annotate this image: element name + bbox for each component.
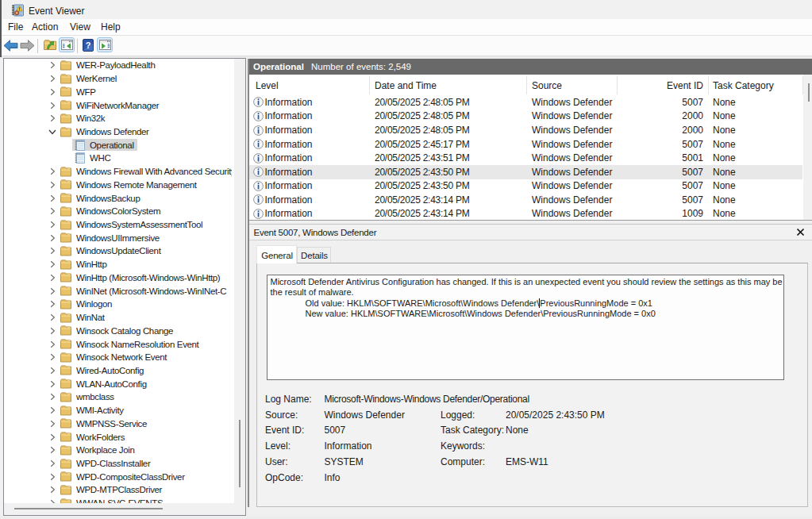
svg-text:?: ? (86, 40, 91, 50)
